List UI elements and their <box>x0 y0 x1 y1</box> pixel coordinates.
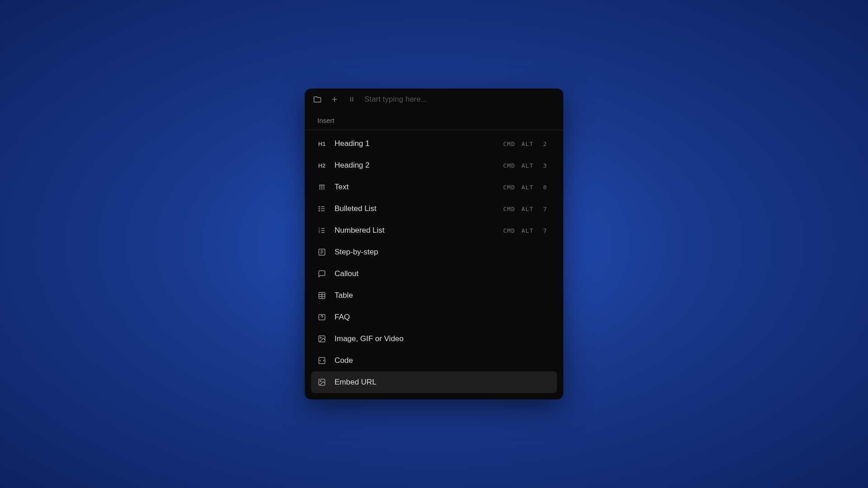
menu-item-callout[interactable]: Callout <box>311 263 557 285</box>
drag-handle-icon[interactable] <box>347 95 356 104</box>
menu-label: Embed URL <box>335 378 551 387</box>
text-icon <box>317 183 326 192</box>
shortcut: CMD ALT 3 <box>503 162 551 169</box>
h1-icon: H1 <box>317 139 326 148</box>
menu-item-heading-2[interactable]: H2 Heading 2 CMD ALT 3 <box>311 155 557 176</box>
menu-item-heading-1[interactable]: H1 Heading 1 CMD ALT 2 <box>311 133 557 155</box>
search-input[interactable] <box>364 95 555 104</box>
shortcut: CMD ALT 7 <box>503 206 551 212</box>
menu-label: Text <box>335 183 495 192</box>
menu-item-code[interactable]: Code <box>311 350 557 371</box>
svg-point-11 <box>319 206 320 207</box>
menu-label: Bulleted List <box>335 204 495 213</box>
code-icon <box>317 356 326 365</box>
menu-item-numbered-list[interactable]: 1 2 3 Numbered List CMD ALT 7 <box>311 220 557 241</box>
menu-label: Table <box>335 291 551 300</box>
svg-point-5 <box>352 99 353 100</box>
table-icon <box>317 291 326 300</box>
numbered-list-icon: 1 2 3 <box>317 226 326 235</box>
menu-item-faq[interactable]: FAQ <box>311 306 557 328</box>
menu-label: Code <box>335 356 551 365</box>
embed-icon <box>317 378 326 387</box>
menu-label: Heading 1 <box>335 139 495 148</box>
svg-point-4 <box>350 99 351 100</box>
svg-point-12 <box>319 208 320 209</box>
shortcut: CMD ALT 7 <box>503 227 551 234</box>
menu-item-text[interactable]: Text CMD ALT 0 <box>311 176 557 198</box>
svg-point-13 <box>319 211 320 211</box>
section-title: Insert <box>305 110 563 130</box>
h2-icon: H2 <box>317 161 326 170</box>
menu-item-bulleted-list[interactable]: Bulleted List CMD ALT 7 <box>311 198 557 220</box>
menu-label: Step-by-step <box>335 248 551 257</box>
svg-point-3 <box>352 97 353 98</box>
svg-point-7 <box>352 100 353 101</box>
steps-icon <box>317 248 326 257</box>
svg-point-6 <box>350 100 351 101</box>
menu-label: Callout <box>335 269 551 278</box>
svg-point-33 <box>320 380 321 381</box>
image-icon <box>317 334 326 343</box>
menu-item-image[interactable]: Image, GIF or Video <box>311 328 557 350</box>
svg-point-30 <box>320 337 321 338</box>
folder-icon[interactable] <box>313 95 322 104</box>
bullet-list-icon <box>317 204 326 213</box>
menu-item-table[interactable]: Table <box>311 285 557 306</box>
panel-header <box>305 89 563 110</box>
menu-label: Numbered List <box>335 226 495 235</box>
svg-text:3: 3 <box>319 231 320 234</box>
faq-icon <box>317 313 326 322</box>
plus-icon[interactable] <box>330 95 339 104</box>
shortcut: CMD ALT 2 <box>503 141 551 147</box>
menu-label: FAQ <box>335 313 551 322</box>
menu-label: Heading 2 <box>335 161 495 170</box>
menu-item-embed-url[interactable]: Embed URL <box>311 371 557 393</box>
menu-item-step-by-step[interactable]: Step-by-step <box>311 241 557 263</box>
insert-panel: Insert H1 Heading 1 CMD ALT 2 H2 Heading… <box>305 89 563 399</box>
shortcut: CMD ALT 0 <box>503 184 551 191</box>
menu-label: Image, GIF or Video <box>335 334 551 343</box>
callout-icon <box>317 269 326 278</box>
menu-list: H1 Heading 1 CMD ALT 2 H2 Heading 2 CMD … <box>305 133 563 399</box>
svg-point-2 <box>350 97 351 98</box>
